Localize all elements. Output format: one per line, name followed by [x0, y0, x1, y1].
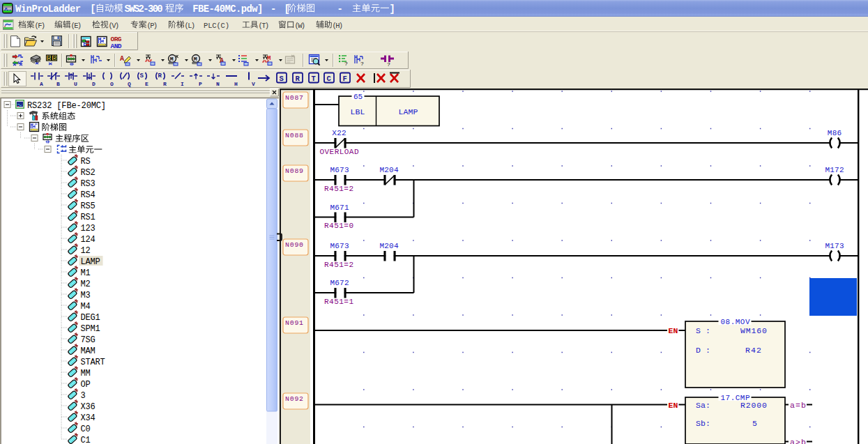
- svg-text:M671: M671: [330, 204, 349, 212]
- svg-text:E: E: [145, 81, 149, 87]
- svg-text:RS1: RS1: [81, 213, 96, 222]
- svg-text:START: START: [81, 358, 105, 367]
- svg-text:X22: X22: [332, 129, 346, 137]
- svg-text:(V): (V): [109, 22, 120, 30]
- svg-text:FBE-40MC.pdw]: FBE-40MC.pdw]: [192, 4, 263, 15]
- svg-text:Sb:: Sb:: [696, 419, 710, 428]
- svg-text:RS232 [FBe-20MC]: RS232 [FBe-20MC]: [27, 101, 106, 111]
- svg-text:a>b: a>b: [790, 438, 806, 444]
- svg-text:[: [: [284, 4, 289, 15]
- svg-text:]: ]: [390, 4, 395, 15]
- svg-text:R451=0: R451=0: [324, 222, 353, 230]
- svg-text:3: 3: [81, 391, 86, 401]
- svg-text:DEG1: DEG1: [81, 313, 100, 323]
- svg-text:D: D: [92, 81, 96, 87]
- svg-text:B: B: [53, 55, 56, 62]
- svg-text:S: S: [280, 75, 284, 83]
- svg-text:WinProLadder: WinProLadder: [15, 4, 81, 15]
- svg-text:N090: N090: [285, 241, 303, 249]
- svg-text:SWS2-300: SWS2-300: [125, 4, 163, 15]
- svg-text:N088: N088: [285, 132, 303, 139]
- svg-text:M: M: [170, 56, 174, 62]
- svg-text:SPM1: SPM1: [81, 324, 100, 334]
- svg-text:R2000: R2000: [740, 401, 767, 410]
- svg-text:AND: AND: [111, 43, 122, 50]
- svg-text:(P): (P): [147, 22, 158, 30]
- svg-text:LBL: LBL: [351, 107, 365, 116]
- svg-text:08.MOV: 08.MOV: [721, 318, 750, 326]
- svg-text:Sa:: Sa:: [696, 401, 710, 410]
- svg-text:(F): (F): [35, 22, 46, 30]
- svg-text:(T): (T): [259, 22, 270, 30]
- svg-text:X34: X34: [81, 413, 96, 423]
- svg-text:N087: N087: [285, 94, 303, 102]
- svg-text:PLC(C): PLC(C): [204, 22, 229, 30]
- svg-text:N092: N092: [285, 395, 303, 403]
- svg-text:M2: M2: [81, 280, 91, 289]
- svg-text:[: [: [90, 4, 96, 15]
- svg-text:65: 65: [353, 93, 363, 101]
- svg-text:C: C: [327, 75, 332, 83]
- svg-text:C1: C1: [81, 436, 91, 444]
- svg-text:EN: EN: [669, 401, 678, 410]
- svg-text:R451=1: R451=1: [324, 298, 353, 306]
- svg-text:OP: OP: [81, 380, 91, 390]
- svg-text:M3: M3: [81, 291, 91, 300]
- svg-text:V: V: [252, 81, 255, 87]
- svg-text:(E): (E): [71, 22, 82, 30]
- svg-text:-: -: [271, 4, 276, 15]
- svg-text:?: ?: [344, 61, 348, 67]
- svg-text:RS3: RS3: [81, 179, 96, 189]
- svg-text:R: R: [158, 72, 162, 79]
- svg-text:N091: N091: [285, 319, 303, 327]
- svg-text:-: -: [337, 4, 343, 15]
- svg-text:P: P: [199, 81, 202, 87]
- svg-text:C0: C0: [81, 424, 91, 434]
- svg-text:M673: M673: [330, 166, 349, 174]
- svg-text:A: A: [40, 81, 43, 87]
- svg-text:D :: D :: [696, 346, 710, 355]
- svg-text:R: R: [296, 75, 300, 83]
- svg-text:LAMP: LAMP: [399, 107, 418, 116]
- svg-text:M204: M204: [379, 166, 398, 174]
- svg-text:124: 124: [81, 235, 96, 245]
- svg-text:MM: MM: [81, 369, 91, 378]
- svg-text:B: B: [47, 55, 51, 62]
- svg-text:U: U: [74, 81, 77, 87]
- svg-text:M673: M673: [330, 242, 349, 250]
- svg-text:(W): (W): [295, 22, 306, 30]
- svg-text:M: M: [194, 56, 197, 62]
- svg-text:5: 5: [752, 419, 757, 428]
- svg-text:RS2: RS2: [81, 168, 96, 178]
- svg-text:R451=2: R451=2: [324, 185, 353, 193]
- svg-text:(H): (H): [333, 22, 344, 30]
- svg-text:O: O: [110, 81, 114, 87]
- svg-text:R451=2: R451=2: [324, 261, 353, 269]
- svg-text:MAM: MAM: [81, 346, 96, 356]
- svg-text:M1: M1: [81, 268, 91, 278]
- svg-text:(L): (L): [185, 22, 196, 30]
- svg-text:7SG: 7SG: [81, 335, 96, 345]
- svg-text:RS4: RS4: [81, 190, 96, 200]
- svg-text:?: ?: [387, 61, 390, 68]
- svg-text:A: A: [120, 55, 124, 63]
- svg-text:LAMP: LAMP: [81, 257, 100, 267]
- svg-text:T: T: [312, 75, 316, 83]
- svg-text:EN: EN: [669, 326, 678, 335]
- svg-text:M173: M173: [825, 242, 844, 250]
- svg-text:R: R: [163, 81, 167, 87]
- svg-text:N: N: [216, 81, 220, 87]
- svg-text:M672: M672: [330, 279, 349, 287]
- svg-text:?: ?: [360, 61, 364, 67]
- svg-text:F: F: [343, 75, 347, 83]
- svg-text:123: 123: [81, 224, 96, 234]
- svg-text:RS: RS: [81, 157, 91, 167]
- svg-text:OVERLOAD: OVERLOAD: [320, 148, 359, 156]
- svg-text:RS5: RS5: [81, 201, 96, 211]
- svg-text:M204: M204: [379, 242, 398, 250]
- svg-text:S: S: [140, 72, 144, 79]
- svg-text:I: I: [181, 81, 184, 87]
- svg-text:H: H: [234, 81, 238, 87]
- svg-text:Q: Q: [128, 81, 131, 87]
- svg-text:M86: M86: [828, 129, 842, 137]
